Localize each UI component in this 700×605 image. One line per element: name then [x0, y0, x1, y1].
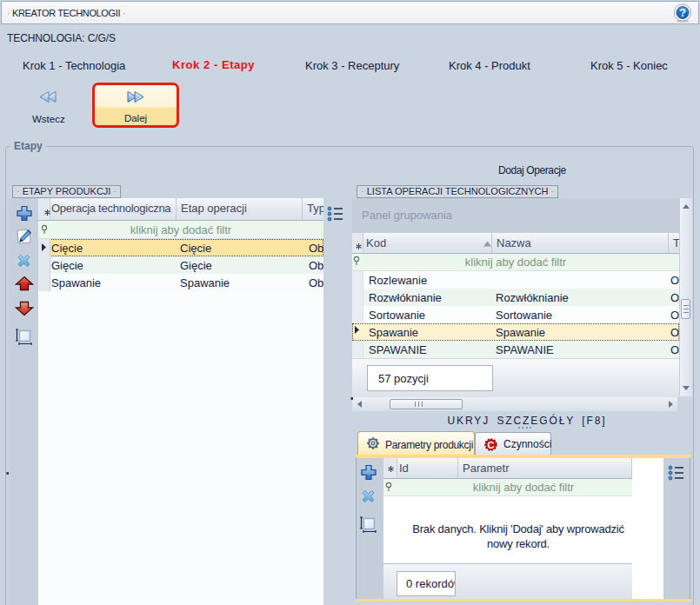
- svg-text:C: C: [488, 440, 495, 450]
